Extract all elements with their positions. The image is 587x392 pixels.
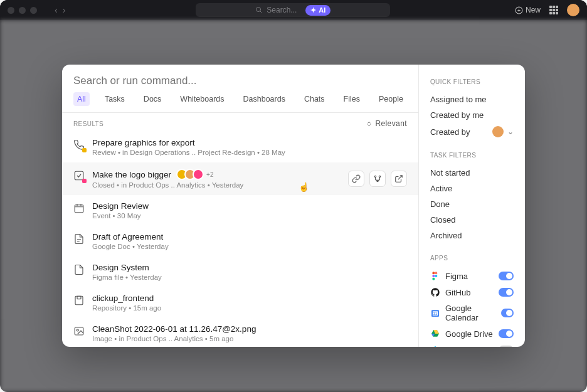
result-meta: Image • in Product Ops .. Analytics • 5m… <box>92 335 407 342</box>
github-icon <box>430 287 440 297</box>
quick-filter[interactable]: Created by me <box>430 107 514 123</box>
svg-point-3 <box>374 176 376 177</box>
branch-icon <box>373 174 382 183</box>
figma-icon <box>430 271 440 281</box>
tab-all[interactable]: All <box>73 92 90 106</box>
tab-dashboards[interactable]: Dashboards <box>240 92 289 106</box>
svg-rect-7 <box>75 296 83 305</box>
svg-point-0 <box>256 8 261 12</box>
tab-files[interactable]: Files <box>340 92 364 106</box>
app-toggle[interactable] <box>499 346 514 347</box>
ai-pill[interactable]: ✦ AI <box>305 5 331 16</box>
result-body: clickup_frontendRepository • 15m ago <box>92 294 407 312</box>
task-filter[interactable]: Archived <box>430 228 514 243</box>
user-avatar[interactable] <box>567 4 579 16</box>
svg-point-4 <box>379 176 380 177</box>
app-toggle[interactable] <box>499 288 514 297</box>
traffic-lights <box>8 7 37 14</box>
result-item[interactable]: Design ReviewEvent • 30 May <box>62 195 418 226</box>
svg-point-11 <box>432 272 435 274</box>
app-toggle[interactable] <box>499 329 514 338</box>
result-title: Prepare graphics for export <box>92 138 407 147</box>
command-search-input[interactable] <box>73 75 407 87</box>
global-search[interactable]: Search... ✦ AI <box>196 3 390 17</box>
results-header: RESULTS Relevant <box>62 113 418 132</box>
quick-filters-heading: QUICK FILTERS <box>430 78 514 85</box>
result-meta: Repository • 15m ago <box>92 304 407 312</box>
app-label: Google Drive <box>445 329 493 339</box>
branch-button[interactable] <box>369 171 386 187</box>
tab-tasks[interactable]: Tasks <box>101 92 129 106</box>
apps-heading: APPS <box>430 255 514 262</box>
result-title: CleanShot 2022-06-01 at 11.26.47@2x.png <box>92 324 407 334</box>
task-filter[interactable]: Active <box>430 181 514 196</box>
result-item[interactable]: Prepare graphics for exportReview • in D… <box>62 132 418 162</box>
result-item[interactable]: clickup_frontendRepository • 15m ago <box>62 287 418 318</box>
ai-sparkle-icon: ✦ <box>310 6 316 14</box>
new-label: New <box>526 6 541 14</box>
tab-whiteboards[interactable]: Whiteboards <box>176 92 228 106</box>
app-label: Figma <box>445 272 468 281</box>
result-item[interactable]: Draft of AgreementGoogle Doc • Yesterday <box>62 226 418 257</box>
nav-back-icon[interactable]: ‹ <box>55 5 58 15</box>
maximize-dot[interactable] <box>30 7 37 14</box>
apps-grid-icon[interactable] <box>549 6 558 14</box>
app-label: Google Calendar <box>445 304 496 322</box>
status-dot <box>82 148 87 152</box>
repo-icon <box>73 295 85 306</box>
search-icon <box>255 6 263 14</box>
svg-point-13 <box>432 275 435 277</box>
quick-filter-label: Assigned to me <box>430 95 487 104</box>
quick-filter[interactable]: Assigned to me <box>430 92 514 107</box>
sort-label: Relevant <box>375 119 407 128</box>
sort-icon <box>366 120 373 127</box>
svg-point-10 <box>77 329 78 331</box>
app-label: Slack <box>445 346 465 347</box>
quick-filter-label: Created by me <box>430 110 484 120</box>
result-item[interactable]: CleanShot 2022-06-01 at 11.26.47@2x.pngI… <box>62 318 418 347</box>
nav-arrows: ‹ › <box>55 5 65 15</box>
result-item[interactable]: Make the logo bigger+2Closed • in Produc… <box>62 162 418 195</box>
tab-chats[interactable]: Chats <box>300 92 329 106</box>
minimize-dot[interactable] <box>19 7 26 14</box>
tab-docs[interactable]: Docs <box>140 92 165 106</box>
ai-label: AI <box>319 6 325 14</box>
task-filter[interactable]: Done <box>430 196 514 212</box>
app-figma: Figma <box>430 268 514 284</box>
app-slack: Slack <box>430 342 514 347</box>
status-dot <box>82 179 87 183</box>
task-filter[interactable]: Not started <box>430 165 514 181</box>
command-palette: AllTasksDocsWhiteboardsDashboardsChatsFi… <box>62 65 525 347</box>
result-actions <box>348 171 407 187</box>
result-title: Draft of Agreement <box>92 232 407 241</box>
task-filter[interactable]: Closed <box>430 212 514 228</box>
close-dot[interactable] <box>8 7 14 14</box>
tab-people[interactable]: People <box>375 92 407 106</box>
app-label: GitHub <box>445 288 470 297</box>
result-body: Prepare graphics for exportReview • in D… <box>92 138 407 156</box>
svg-point-15 <box>432 278 435 280</box>
app-toggle[interactable] <box>501 309 514 317</box>
result-body: Design SystemFigma file • Yesterday <box>92 263 407 281</box>
global-search-placeholder: Search... <box>267 6 297 14</box>
sort-button[interactable]: Relevant <box>366 119 407 128</box>
open-button[interactable] <box>391 171 407 187</box>
command-search-row <box>62 65 418 92</box>
gdrive-icon <box>430 329 440 339</box>
nav-forward-icon[interactable]: › <box>63 5 66 15</box>
quick-filter[interactable]: Created by⌄ <box>430 123 514 140</box>
new-button[interactable]: New <box>515 6 541 14</box>
svg-rect-9 <box>75 327 83 335</box>
task-filters-heading: TASK FILTERS <box>430 152 514 159</box>
link-button[interactable] <box>348 171 364 187</box>
assignee-more: +2 <box>206 171 213 178</box>
assignee-stack: +2 <box>176 169 213 180</box>
app-window: ‹ › Search... ✦ AI New AllTasksDocsWh <box>0 0 587 392</box>
assignee-avatar <box>193 169 204 180</box>
result-item[interactable]: Design SystemFigma file • Yesterday <box>62 257 418 287</box>
filter-tabs: AllTasksDocsWhiteboardsDashboardsChatsFi… <box>62 92 418 113</box>
results-label: RESULTS <box>73 120 103 127</box>
svg-rect-19 <box>435 346 436 347</box>
titlebar-right: New <box>515 4 579 16</box>
app-toggle[interactable] <box>499 272 514 280</box>
